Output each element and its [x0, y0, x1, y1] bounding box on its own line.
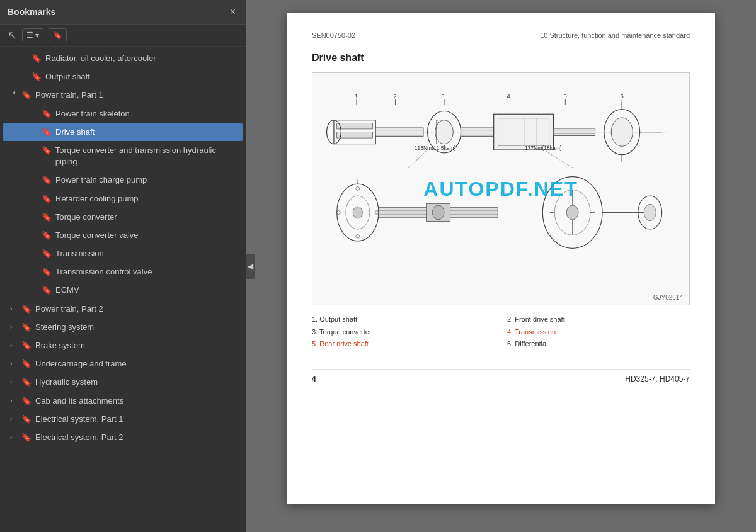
bookmark-item-undercarriage-frame[interactable]: ›🔖Undercarriage and frame	[3, 355, 243, 373]
svg-text:113Nm(11.5kаm): 113Nm(11.5kаm)	[415, 145, 456, 151]
bookmark-icon: 🔖	[21, 396, 32, 405]
parts-list-item: 6. Differential	[507, 339, 690, 350]
bookmark-label: Retarder cooling pump	[55, 193, 139, 205]
cursor-icon[interactable]: ↖	[8, 28, 17, 42]
parts-list-item: 5. Rear drive shaft	[312, 339, 495, 350]
bookmark-label: Torque converter and transmission hydrau…	[55, 145, 238, 167]
bookmark-item-drive-shaft[interactable]: 🔖Drive shaft	[3, 123, 243, 141]
bookmark-label: Cab and its attachments	[35, 395, 123, 407]
diagram-ref: GJY02614	[653, 294, 683, 301]
svg-point-35	[611, 118, 633, 146]
bookmark-icon: 🔖	[42, 194, 52, 203]
bookmark-icon: 🔖	[21, 90, 32, 99]
bookmark-icon: 🔖	[42, 127, 52, 137]
bookmark-icon: 🔖	[21, 433, 32, 442]
bookmark-icon: 🔖	[42, 285, 52, 295]
bookmark-label: Power train charge pump	[55, 174, 147, 186]
panel-collapse-button[interactable]: ◀	[246, 254, 255, 279]
bookmark-item-transmission-control[interactable]: 🔖Transmission control valve	[3, 263, 243, 281]
bookmark-label: Brake system	[35, 340, 85, 351]
bookmark-icon: 🔖	[21, 341, 32, 350]
bookmark-icon: 🔖	[21, 377, 32, 387]
svg-point-21	[435, 120, 453, 144]
bookmark-item-torque-converter[interactable]: 🔖Torque converter	[3, 208, 243, 226]
bookmark-label: Steering system	[35, 322, 94, 333]
page-area: SEN00750-02 10 Structure, function and m…	[246, 0, 756, 532]
bookmark-icon: 🔖	[42, 267, 52, 276]
bookmark-icon: 🔖	[42, 109, 52, 118]
svg-text:5: 5	[563, 93, 566, 99]
bookmark-item-ecmv[interactable]: 🔖ECMV	[3, 281, 243, 299]
bookmark-item-torque-hydraulic[interactable]: 🔖Torque converter and transmission hydra…	[3, 142, 243, 171]
bookmark-label: Radiator, oil cooler, aftercooler	[45, 53, 156, 64]
bookmark-label: Hydraulic system	[35, 376, 98, 388]
chevron-icon: ›	[10, 416, 18, 422]
svg-line-41	[408, 151, 426, 168]
page-footer: 4 HD325-7, HD405-7	[312, 369, 690, 383]
list-view-button[interactable]: ☰ ▾	[22, 28, 43, 42]
doc-id: SEN00750-02	[312, 31, 355, 39]
bookmark-label: Transmission control valve	[55, 266, 152, 278]
bookmark-item-steering-system[interactable]: ›🔖Steering system	[3, 319, 243, 336]
list-icon: ☰	[26, 31, 33, 40]
page-model: HD325-7, HD405-7	[625, 375, 690, 383]
svg-text:4: 4	[507, 93, 510, 99]
parts-list-item: 1. Output shaft	[312, 314, 495, 325]
close-panel-button[interactable]: ×	[227, 5, 238, 19]
dropdown-icon: ▾	[35, 31, 39, 40]
page-header: SEN00750-02 10 Structure, function and m…	[312, 31, 690, 42]
svg-point-54	[432, 206, 444, 220]
svg-text:3: 3	[441, 93, 444, 99]
bookmark-item-power-train-2[interactable]: ›🔖Power train, Part 2	[3, 300, 243, 318]
bookmark-icon: 🔖	[42, 175, 52, 184]
bookmark-button[interactable]: 🔖	[49, 28, 67, 42]
toolbar-row: ↖ ☰ ▾ 🔖	[0, 25, 246, 47]
bookmark-label: Transmission	[55, 248, 104, 259]
svg-text:177Nm(18kаm): 177Nm(18kаm)	[525, 145, 562, 151]
bookmark-icon: 🔖	[32, 54, 42, 63]
chevron-icon: ›	[10, 378, 18, 385]
bookmark-item-torque-valve[interactable]: 🔖Torque converter valve	[3, 227, 243, 244]
bookmark-icon: 🔖	[42, 230, 52, 240]
panel-header: Bookmarks ×	[0, 0, 246, 25]
chevron-icon: ›	[10, 324, 18, 331]
drive-shaft-diagram: 1 2 3 4 5 6	[322, 84, 680, 293]
bookmark-icon: 🔖	[53, 31, 62, 40]
parts-list: 1. Output shaft2. Front drive shaft3. To…	[312, 314, 690, 350]
svg-point-47	[356, 235, 360, 239]
bookmark-item-cab-attachments[interactable]: ›🔖Cab and its attachments	[3, 392, 243, 410]
bookmarks-panel: Bookmarks × ↖ ☰ ▾ 🔖 🔖Radiator, oil coole…	[0, 0, 246, 532]
bookmark-label: Output shaft	[45, 71, 90, 82]
svg-point-45	[353, 207, 362, 218]
right-panel: ◀ SEN00750-02 10 Structure, function and…	[246, 0, 756, 532]
bookmark-label: Drive shaft	[55, 127, 94, 138]
bookmark-item-power-train-1[interactable]: ▾🔖Power train, Part 1	[3, 86, 243, 104]
section-title: 10 Structure, function and maintenance s…	[540, 31, 690, 39]
bookmark-item-radiator[interactable]: 🔖Radiator, oil cooler, aftercooler	[3, 50, 243, 67]
bookmark-item-retarder-cooling[interactable]: 🔖Retarder cooling pump	[3, 190, 243, 208]
bookmark-icon: 🔖	[32, 72, 42, 81]
bookmark-item-power-train-skeleton[interactable]: 🔖Power train skeleton	[3, 105, 243, 123]
bookmark-item-hydraulic-system[interactable]: ›🔖Hydraulic system	[3, 373, 243, 391]
svg-text:6: 6	[620, 93, 623, 99]
bookmark-item-electrical-2[interactable]: ›🔖Electrical system, Part 2	[3, 429, 243, 446]
bookmark-label: Torque converter	[55, 212, 117, 223]
bookmark-item-electrical-1[interactable]: ›🔖Electrical system, Part 1	[3, 410, 243, 428]
chevron-icon: ›	[10, 397, 18, 404]
svg-point-57	[566, 206, 578, 220]
panel-title: Bookmarks	[8, 7, 55, 17]
svg-point-64	[644, 205, 656, 222]
bookmark-item-output-shaft[interactable]: 🔖Output shaft	[3, 68, 243, 86]
bookmark-item-power-charge-pump[interactable]: 🔖Power train charge pump	[3, 171, 243, 189]
bookmark-item-transmission[interactable]: 🔖Transmission	[3, 245, 243, 263]
bookmark-label: Power train, Part 2	[35, 303, 103, 315]
diagram-placeholder: 1 2 3 4 5 6	[312, 73, 689, 305]
svg-rect-14	[337, 123, 373, 129]
bookmark-icon: 🔖	[21, 304, 32, 314]
bookmark-item-brake-system[interactable]: ›🔖Brake system	[3, 337, 243, 354]
bookmark-icon: 🔖	[21, 322, 32, 332]
bookmark-label: Electrical system, Part 2	[35, 432, 123, 443]
bookmark-label: Electrical system, Part 1	[35, 414, 123, 425]
diagram-box: 1 2 3 4 5 6	[312, 72, 690, 305]
bookmark-icon: 🔖	[21, 359, 32, 368]
